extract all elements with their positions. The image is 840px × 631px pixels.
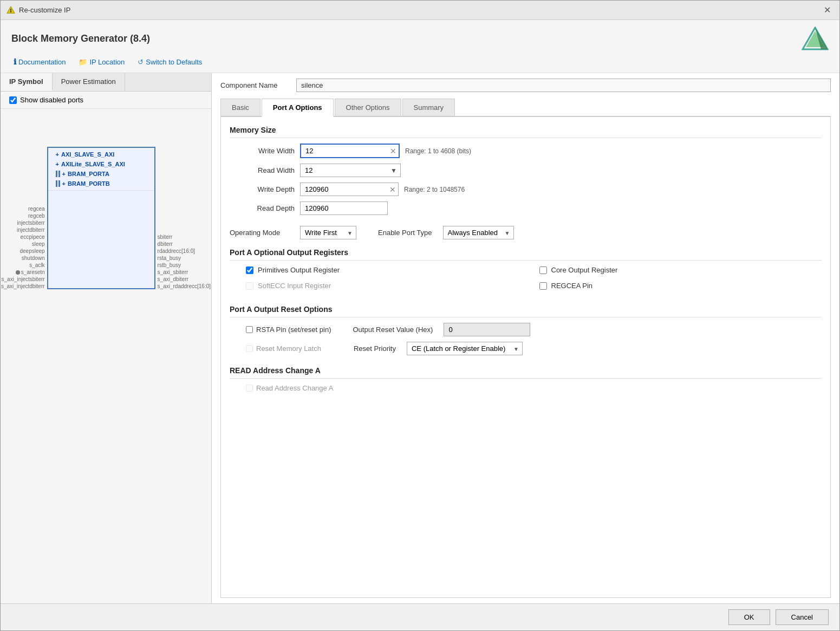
- tab-content: Memory Size Write Width ✕ Range: 1 to 46…: [220, 117, 831, 598]
- chip-row-axilite: + AXILite_SLAVE_S_AXI: [53, 159, 150, 169]
- write-depth-input[interactable]: [301, 183, 387, 196]
- tab-ip-symbol[interactable]: IP Symbol: [1, 73, 53, 91]
- right-panel: Component Name Basic Port A Options Othe…: [212, 73, 839, 603]
- enable-port-type-label: Enable Port Type: [378, 229, 432, 237]
- app-title-row: Block Memory Generator (8.4): [11, 27, 829, 51]
- softECC-register-label: SoftECC Input Register: [258, 282, 331, 290]
- port-label-sleep: sleep: [32, 241, 45, 247]
- toolbar: ℹ Documentation 📁 IP Location ↺ Switch t…: [11, 56, 829, 67]
- read-depth-input-wrapper: [300, 201, 388, 215]
- port-label-injectdbiterr: injectdbiterr: [17, 227, 45, 233]
- title-bar-left: Re-customize IP: [6, 5, 70, 15]
- tab-power-estimation[interactable]: Power Estimation: [53, 73, 125, 91]
- memory-size-title: Memory Size: [230, 126, 822, 138]
- ip-location-button[interactable]: 📁 IP Location: [76, 57, 127, 67]
- ok-button[interactable]: OK: [728, 609, 770, 625]
- core-output-register-row: Core Output Register: [539, 266, 822, 274]
- enable-port-type-select-wrapper: Always Enabled Use ENA Pin Use RSTA Pin …: [443, 226, 514, 239]
- main-content: IP Symbol Power Estimation Show disabled…: [1, 73, 839, 603]
- read-address-section: READ Address Change A Read Address Chang…: [230, 366, 822, 392]
- cancel-button[interactable]: Cancel: [776, 609, 829, 625]
- port-label-shutdown: shutdown: [22, 255, 45, 261]
- output-reset-value-input[interactable]: [444, 323, 530, 336]
- write-depth-clear-button[interactable]: ✕: [387, 185, 398, 194]
- write-depth-range: Range: 2 to 1048576: [404, 186, 465, 193]
- core-output-register-checkbox[interactable]: [539, 266, 547, 274]
- regcea-pin-checkbox[interactable]: [539, 282, 547, 290]
- footer: OK Cancel: [1, 603, 839, 630]
- folder-icon: 📁: [79, 58, 87, 66]
- app-title-text: Block Memory Generator (8.4): [11, 33, 150, 44]
- tab-other-options-label: Other Options: [346, 103, 390, 112]
- chip-row-bram-portb: + BRAM_PORTB: [53, 179, 150, 188]
- primitives-output-register-checkbox[interactable]: [246, 266, 253, 274]
- tab-basic[interactable]: Basic: [220, 99, 261, 116]
- write-width-input[interactable]: [301, 145, 388, 157]
- core-output-register-label: Core Output Register: [551, 266, 618, 274]
- reset-options-section: Port A Output Reset Options RSTA Pin (se…: [230, 305, 822, 355]
- operating-mode-select[interactable]: Write First Read First No Change: [305, 229, 354, 237]
- write-width-clear-button[interactable]: ✕: [388, 147, 399, 155]
- read-width-label: Read Width: [230, 166, 295, 174]
- show-disabled-ports-checkbox[interactable]: [9, 96, 17, 104]
- left-tabs: IP Symbol Power Estimation: [1, 73, 211, 92]
- output-reset-value-label: Output Reset Value (Hex): [353, 326, 433, 334]
- read-address-title: READ Address Change A: [230, 366, 822, 379]
- read-width-input[interactable]: [301, 164, 387, 177]
- documentation-label: Documentation: [18, 58, 66, 66]
- component-name-input[interactable]: [296, 79, 831, 92]
- svg-rect-3: [10, 9, 11, 11]
- operating-mode-row: Operating Mode Write First Read First No…: [230, 226, 822, 239]
- write-depth-input-wrapper: ✕: [300, 183, 399, 196]
- tab-other-options[interactable]: Other Options: [335, 99, 401, 116]
- softECC-register-row: SoftECC Input Register: [246, 282, 529, 290]
- primitives-output-register-label: Primitives Output Register: [258, 266, 340, 274]
- port-label-saxiinjectsbiterr: s_axi_injectsbiterr: [2, 276, 45, 282]
- switch-defaults-button[interactable]: ↺ Switch to Defaults: [135, 57, 204, 67]
- regcea-pin-row: REGCEA Pin: [539, 282, 822, 290]
- reset-memory-latch-label: Reset Memory Latch: [256, 344, 321, 353]
- operating-mode-label: Operating Mode: [230, 229, 289, 237]
- softECC-register-checkbox[interactable]: [246, 282, 253, 290]
- read-depth-label: Read Depth: [230, 204, 295, 212]
- port-label-saresetn: s_aresetn: [16, 269, 45, 275]
- close-button[interactable]: ✕: [821, 4, 834, 16]
- reset-memory-latch-checkbox[interactable]: [246, 345, 253, 352]
- tab-port-a-options[interactable]: Port A Options: [262, 99, 334, 117]
- symbol-area: regcea regceb injectsbiterr injectdbiter…: [1, 109, 211, 603]
- ip-chip: + AXI_SLAVE_S_AXI + AXILite_SLAVE_S_AXI: [47, 147, 155, 289]
- read-address-change-checkbox[interactable]: [246, 385, 253, 392]
- tabs-row: Basic Port A Options Other Options Summa…: [220, 99, 831, 117]
- left-panel: IP Symbol Power Estimation Show disabled…: [1, 73, 212, 603]
- tab-port-a-options-label: Port A Options: [273, 103, 322, 112]
- svg-point-2: [10, 11, 12, 12]
- tab-summary[interactable]: Summary: [402, 99, 455, 116]
- port-label-saxiinjectdbiterr: s_axi_injectdbiterr: [1, 283, 45, 289]
- rsta-pin-label: RSTA Pin (set/reset pin): [256, 326, 331, 334]
- port-label-rstbbusy: rstb_busy: [158, 262, 181, 268]
- reset-options-title: Port A Output Reset Options: [230, 305, 822, 317]
- reset-priority-select[interactable]: CE (Latch or Register Enable) SR (Set/Re…: [412, 344, 520, 353]
- write-depth-label: Write Depth: [230, 185, 295, 193]
- enable-port-type-select[interactable]: Always Enabled Use ENA Pin Use RSTA Pin: [448, 229, 511, 237]
- tab-basic-label: Basic: [232, 103, 249, 112]
- output-registers-section: Port A Optional Output Registers Primiti…: [230, 248, 822, 294]
- port-label-saclk: s_aclk: [29, 262, 44, 268]
- ip-location-label: IP Location: [89, 58, 125, 66]
- vivado-logo-icon: [802, 27, 829, 51]
- bars-icon-porta: [56, 171, 60, 177]
- port-label-deepsleep: deepsleep: [19, 248, 44, 254]
- rsta-pin-checkbox-row: RSTA Pin (set/reset pin): [246, 326, 331, 334]
- read-depth-input[interactable]: [301, 202, 387, 214]
- write-width-label: Write Width: [230, 147, 295, 155]
- write-width-row: Write Width ✕ Range: 1 to 4608 (bits): [230, 144, 822, 158]
- chip-row-axi-slave: + AXI_SLAVE_S_AXI: [53, 149, 150, 159]
- reset-memory-priority-row: Reset Memory Latch Reset Priority CE (La…: [246, 342, 822, 355]
- port-label-injectsbiterr: injectsbiterr: [17, 220, 44, 226]
- window-title: Re-customize IP: [19, 6, 70, 14]
- switch-defaults-label: Switch to Defaults: [146, 58, 202, 66]
- rsta-pin-checkbox[interactable]: [246, 326, 253, 333]
- documentation-button[interactable]: ℹ Documentation: [11, 56, 68, 67]
- port-label-rstabusy: rsta_busy: [158, 255, 181, 261]
- reset-priority-select-wrapper: CE (Latch or Register Enable) SR (Set/Re…: [407, 342, 523, 355]
